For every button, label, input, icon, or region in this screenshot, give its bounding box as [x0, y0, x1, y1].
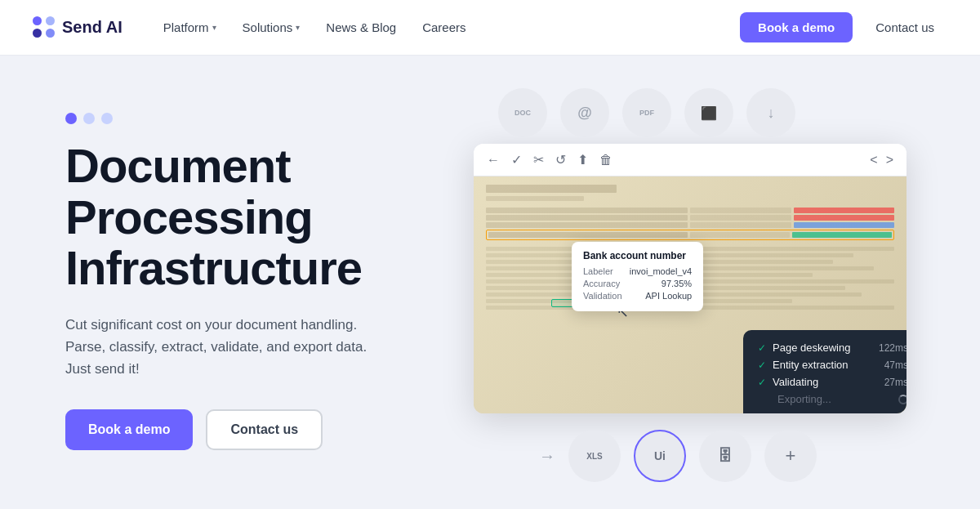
plus-output-icon: +	[764, 430, 817, 482]
prev-icon[interactable]: <	[870, 153, 877, 167]
hero-contact-button[interactable]: Contact us	[206, 409, 323, 450]
hero-dots	[65, 113, 441, 124]
check-icon-0: ✓	[758, 342, 766, 354]
xls-output-icon: XLS	[568, 430, 621, 482]
logo-text: Send AI	[62, 18, 122, 37]
undo-icon[interactable]: ↺	[555, 152, 566, 167]
doc-image: ↖ Bank account number Labeler invoi_mode…	[474, 176, 906, 413]
nav-solutions[interactable]: Solutions ▾	[231, 14, 312, 41]
hero-dot-inactive-2	[101, 113, 113, 124]
check-icon[interactable]: ✓	[511, 152, 522, 167]
hero-right: DOC @ PDF ⬛ ↓ ← ✓ ✂ ↺ ⬆ 🗑	[474, 88, 947, 482]
hero-buttons: Book a demo Contact us	[65, 409, 441, 450]
nav-links: Platform ▾ Solutions ▾ News & Blog Caree…	[152, 14, 740, 41]
status-row-3: Exporting...	[758, 393, 906, 405]
hero-dot-inactive-1	[83, 113, 95, 124]
tooltip-title: Bank account number	[583, 250, 692, 261]
back-icon[interactable]: ←	[487, 153, 500, 167]
pdf-file-icon: PDF	[622, 88, 671, 137]
navbar: Send AI Platform ▾ Solutions ▾ News & Bl…	[0, 0, 980, 56]
loading-spinner-icon	[898, 395, 906, 404]
logo-icon	[33, 16, 56, 39]
hero-left: Document Processing Infrastructure Cut s…	[65, 96, 441, 450]
nav-contact-button[interactable]: Contact us	[862, 12, 947, 42]
status-row-1: ✓ Entity extraction 47ms	[758, 359, 906, 371]
hero-dot-active	[65, 113, 77, 124]
tooltip-row-accuracy: Accuracy 97.35%	[583, 279, 692, 288]
check-icon-2: ✓	[758, 377, 766, 388]
status-panel: ✓ Page deskewing 122ms ✓ Entity extracti…	[743, 330, 906, 413]
delete-icon[interactable]: 🗑	[599, 153, 612, 167]
toolbar-nav: < >	[870, 153, 893, 167]
hero-section: Document Processing Infrastructure Cut s…	[0, 56, 980, 509]
hero-book-demo-button[interactable]: Book a demo	[65, 409, 193, 450]
arrow-right-icon: →	[539, 447, 555, 466]
nav-actions: Book a demo Contact us	[740, 12, 947, 42]
scissors-icon[interactable]: ✂	[533, 152, 544, 167]
email-file-icon: @	[560, 88, 609, 137]
status-row-2: ✓ Validating 27ms	[758, 376, 906, 388]
hero-title: Document Processing Infrastructure	[65, 141, 441, 294]
solutions-chevron-icon: ▾	[296, 23, 300, 32]
doc-viewer: ← ✓ ✂ ↺ ⬆ 🗑 < >	[474, 144, 906, 413]
nav-book-demo-button[interactable]: Book a demo	[740, 12, 853, 42]
bottom-icons: → XLS Ui 🗄 +	[539, 430, 947, 482]
platform-chevron-icon: ▾	[212, 23, 216, 32]
nav-news[interactable]: News & Blog	[314, 14, 408, 41]
hero-subtitle: Cut significant cost on your document ha…	[65, 314, 392, 381]
db-output-icon: 🗄	[699, 430, 751, 482]
nav-careers[interactable]: Careers	[411, 14, 477, 41]
download-file-icon: ↓	[746, 88, 795, 137]
logo[interactable]: Send AI	[33, 16, 122, 39]
tooltip-card: Bank account number Labeler invoi_model_…	[572, 242, 703, 311]
doc-file-icon: DOC	[498, 88, 547, 137]
ui-output-icon: Ui	[634, 430, 686, 482]
top-icons: DOC @ PDF ⬛ ↓	[498, 88, 947, 137]
next-icon[interactable]: >	[886, 153, 893, 167]
doc-toolbar: ← ✓ ✂ ↺ ⬆ 🗑 < >	[474, 144, 906, 176]
export-icon[interactable]: ⬆	[577, 152, 588, 167]
tooltip-row-validation: Validation API Lookup	[583, 291, 692, 301]
check-icon-1: ✓	[758, 359, 766, 371]
scan-file-icon: ⬛	[684, 88, 733, 137]
nav-platform[interactable]: Platform ▾	[152, 14, 228, 41]
status-row-0: ✓ Page deskewing 122ms	[758, 342, 906, 354]
tooltip-row-labeler: Labeler invoi_model_v4	[583, 266, 692, 276]
